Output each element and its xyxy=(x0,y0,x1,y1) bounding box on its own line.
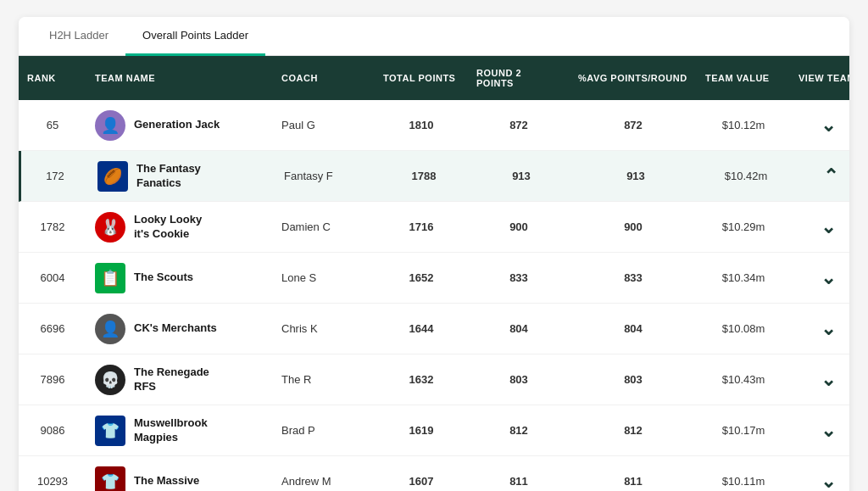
table-row: 65👤Generation JackPaul G1810872872$10.12… xyxy=(19,100,849,151)
view-team-button[interactable]: ⌄ xyxy=(814,467,843,492)
rank-cell: 10293 xyxy=(19,468,86,491)
team-name-text: The Scouts xyxy=(134,271,193,285)
rank-cell: 1782 xyxy=(19,214,86,240)
round2-points-cell: 913 xyxy=(470,163,572,189)
team-value-cell: $10.42m xyxy=(699,163,793,189)
team-cell: 👤Generation Jack xyxy=(86,103,273,148)
round2-points-cell: 872 xyxy=(468,112,570,138)
team-name-text: The Massive xyxy=(134,474,199,488)
round2-points-cell: 811 xyxy=(468,468,570,491)
col-avg-points: %AVG POINTS/ROUND xyxy=(570,64,697,92)
team-value-cell: $10.43m xyxy=(697,366,790,393)
view-team-button[interactable]: ⌄ xyxy=(814,213,843,242)
team-name-text: Looky Lookyit's Cookie xyxy=(134,213,202,242)
avg-points-cell: 833 xyxy=(570,265,697,291)
team-cell: 👤CK's Merchants xyxy=(86,307,273,351)
team-value-cell: $10.29m xyxy=(697,214,790,240)
team-name-text: MuswellbrookMagpies xyxy=(134,416,208,445)
team-cell: 👕The Massive xyxy=(86,460,273,492)
team-cell: 🏉The FantasyFanatics xyxy=(89,154,275,198)
rank-cell: 6004 xyxy=(19,265,86,291)
view-team-cell: ⌄ xyxy=(790,410,849,452)
team-avatar: 🏉 xyxy=(97,161,128,192)
total-points-cell: 1607 xyxy=(375,468,468,491)
team-value-cell: $10.12m xyxy=(697,112,790,138)
team-avatar: 👤 xyxy=(95,314,125,344)
team-cell: 💀The RenegadeRFS xyxy=(86,358,273,402)
col-team-name: TEAM NAME xyxy=(86,64,273,92)
tab-overall[interactable]: Overall Points Ladder xyxy=(125,17,265,56)
total-points-cell: 1788 xyxy=(377,163,470,189)
col-team-value: TEAM VALUE xyxy=(697,64,790,92)
round2-points-cell: 803 xyxy=(468,366,570,393)
team-avatar: 💀 xyxy=(95,365,125,395)
rank-cell: 172 xyxy=(21,163,89,189)
table-row: 6696👤CK's MerchantsChris K1644804804$10.… xyxy=(19,304,849,354)
table-row: 10293👕The MassiveAndrew M1607811811$10.1… xyxy=(19,456,849,491)
team-name-text: The FantasyFanatics xyxy=(136,162,201,191)
view-team-cell: ⌃ xyxy=(793,155,849,198)
avg-points-cell: 804 xyxy=(570,315,697,342)
team-avatar: 👤 xyxy=(95,110,125,141)
tabs-bar: H2H Ladder Overall Points Ladder xyxy=(19,17,849,56)
total-points-cell: 1652 xyxy=(375,265,468,291)
table-row: 172🏉The FantasyFanaticsFantasy F17889139… xyxy=(19,151,849,202)
team-avatar: 🐰 xyxy=(95,212,125,243)
avg-points-cell: 811 xyxy=(570,468,697,491)
col-rank: RANK xyxy=(19,64,86,92)
coach-cell: Chris K xyxy=(273,315,375,342)
total-points-cell: 1644 xyxy=(375,315,468,342)
team-avatar: 👕 xyxy=(95,466,125,492)
col-coach: COACH xyxy=(273,64,375,92)
tab-h2h[interactable]: H2H Ladder xyxy=(32,17,125,56)
table-row: 1782🐰Looky Lookyit's CookieDamien C17169… xyxy=(19,202,849,253)
round2-points-cell: 833 xyxy=(468,265,570,291)
view-team-button[interactable]: ⌄ xyxy=(814,264,843,293)
table-row: 9086👕MuswellbrookMagpiesBrad P1619812812… xyxy=(19,405,849,456)
view-team-button[interactable]: ⌃ xyxy=(816,162,845,191)
rank-cell: 65 xyxy=(19,112,86,138)
view-team-cell: ⌄ xyxy=(790,359,849,401)
rank-cell: 7896 xyxy=(19,366,86,393)
coach-cell: The R xyxy=(273,366,375,393)
round2-points-cell: 900 xyxy=(468,214,570,240)
team-cell: 📋The Scouts xyxy=(86,256,273,300)
coach-cell: Paul G xyxy=(273,112,375,138)
view-team-button[interactable]: ⌄ xyxy=(814,315,843,343)
ladder-container: H2H Ladder Overall Points Ladder RANK TE… xyxy=(19,17,849,491)
rank-cell: 9086 xyxy=(19,417,86,444)
total-points-cell: 1619 xyxy=(375,417,468,444)
coach-cell: Damien C xyxy=(273,214,375,240)
col-round2-points: ROUND 2 POINTS xyxy=(468,64,570,92)
team-cell: 👕MuswellbrookMagpies xyxy=(86,409,273,453)
coach-cell: Andrew M xyxy=(273,468,375,491)
avg-points-cell: 812 xyxy=(570,417,697,444)
table-row: 6004📋The ScoutsLone S1652833833$10.34m⌄ xyxy=(19,253,849,304)
team-value-cell: $10.11m xyxy=(697,468,790,491)
total-points-cell: 1716 xyxy=(375,214,468,240)
table-header: RANK TEAM NAME COACH TOTAL POINTS ROUND … xyxy=(19,56,849,100)
avg-points-cell: 913 xyxy=(572,163,699,189)
view-team-button[interactable]: ⌄ xyxy=(814,111,843,140)
avg-points-cell: 803 xyxy=(570,366,697,393)
team-name-text: Generation Jack xyxy=(134,118,220,132)
rank-cell: 6696 xyxy=(19,315,86,342)
table-row: 7896💀The RenegadeRFSThe R1632803803$10.4… xyxy=(19,354,849,405)
team-value-cell: $10.34m xyxy=(697,265,790,291)
total-points-cell: 1810 xyxy=(375,112,468,138)
view-team-button[interactable]: ⌄ xyxy=(814,416,843,445)
team-avatar: 👕 xyxy=(95,416,125,446)
view-team-cell: ⌄ xyxy=(790,104,849,147)
view-team-button[interactable]: ⌄ xyxy=(814,365,843,394)
avg-points-cell: 900 xyxy=(570,214,697,240)
team-value-cell: $10.08m xyxy=(697,315,790,342)
team-cell: 🐰Looky Lookyit's Cookie xyxy=(86,205,273,249)
col-view-team: VIEW TEAM xyxy=(790,64,849,92)
view-team-cell: ⌄ xyxy=(790,308,849,350)
table-body: 65👤Generation JackPaul G1810872872$10.12… xyxy=(19,100,849,491)
team-value-cell: $10.17m xyxy=(697,417,790,444)
coach-cell: Brad P xyxy=(273,417,375,444)
view-team-cell: ⌄ xyxy=(790,460,849,492)
view-team-cell: ⌄ xyxy=(790,257,849,299)
team-name-text: The RenegadeRFS xyxy=(134,365,209,394)
